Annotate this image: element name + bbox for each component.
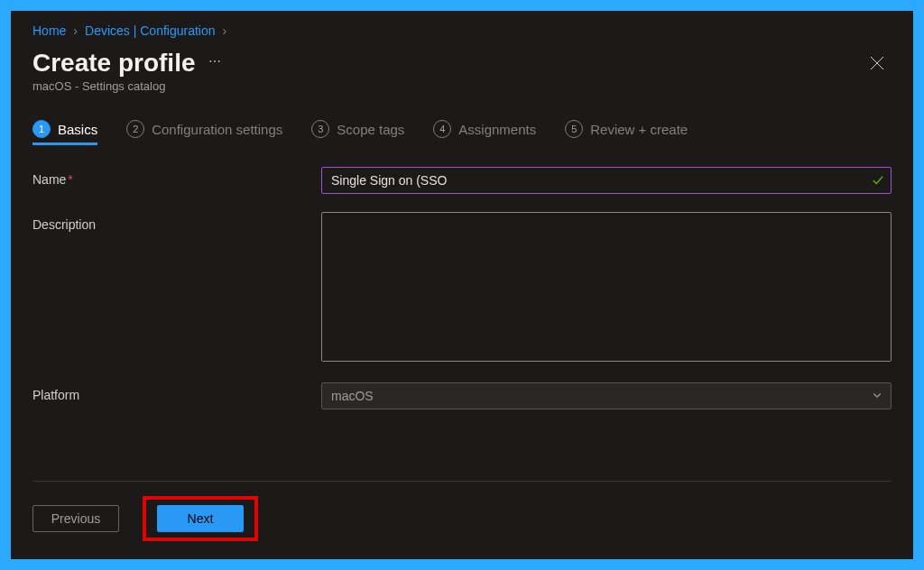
name-label: Name* <box>32 167 321 187</box>
breadcrumb-home[interactable]: Home <box>32 23 66 38</box>
tutorial-highlight: Next <box>143 496 258 541</box>
step-label: Configuration settings <box>152 122 282 137</box>
step-number-icon: 2 <box>126 120 144 138</box>
step-scope-tags[interactable]: 3 Scope tags <box>311 120 404 145</box>
form-row-description: Description <box>32 212 892 364</box>
platform-value: macOS <box>331 389 374 403</box>
step-number-icon: 4 <box>433 120 451 138</box>
step-basics[interactable]: 1 Basics <box>32 120 97 145</box>
step-configuration-settings[interactable]: 2 Configuration settings <box>126 120 282 145</box>
description-textarea[interactable] <box>321 212 892 362</box>
description-label: Description <box>32 212 321 232</box>
close-button[interactable] <box>863 49 892 78</box>
form-row-platform: Platform macOS <box>32 382 892 409</box>
close-icon <box>870 56 884 70</box>
step-number-icon: 1 <box>32 120 51 138</box>
checkmark-icon <box>872 174 884 187</box>
wizard-footer: Previous Next <box>32 481 892 559</box>
breadcrumb-sep-icon: › <box>73 23 78 38</box>
step-assignments[interactable]: 4 Assignments <box>433 120 536 145</box>
previous-button[interactable]: Previous <box>32 505 119 532</box>
step-number-icon: 3 <box>311 120 329 138</box>
header-row: Create profile ⋯ <box>32 49 892 78</box>
required-asterisk-icon: * <box>68 172 72 187</box>
step-review-create[interactable]: 5 Review + create <box>565 120 688 145</box>
step-label: Assignments <box>458 122 536 137</box>
breadcrumb-devices[interactable]: Devices | Configuration <box>85 23 215 38</box>
create-profile-panel: Home › Devices | Configuration › Create … <box>11 11 913 559</box>
next-button[interactable]: Next <box>157 505 244 532</box>
step-label: Review + create <box>590 122 688 137</box>
page-subtitle: macOS - Settings catalog <box>32 79 892 93</box>
platform-label: Platform <box>32 382 321 402</box>
more-actions-icon[interactable]: ⋯ <box>208 54 223 72</box>
step-number-icon: 5 <box>565 120 583 138</box>
form-area: Name* Description Platform macOS <box>32 167 892 481</box>
breadcrumb: Home › Devices | Configuration › <box>32 23 892 38</box>
page-title: Create profile <box>32 49 196 78</box>
form-row-name: Name* <box>32 167 892 194</box>
step-label: Basics <box>58 122 97 137</box>
platform-dropdown[interactable]: macOS <box>321 382 892 409</box>
chevron-down-icon <box>872 389 882 403</box>
breadcrumb-sep-icon: › <box>223 23 227 38</box>
step-label: Scope tags <box>337 122 404 137</box>
name-input[interactable] <box>321 167 892 194</box>
wizard-stepper: 1 Basics 2 Configuration settings 3 Scop… <box>32 120 892 145</box>
